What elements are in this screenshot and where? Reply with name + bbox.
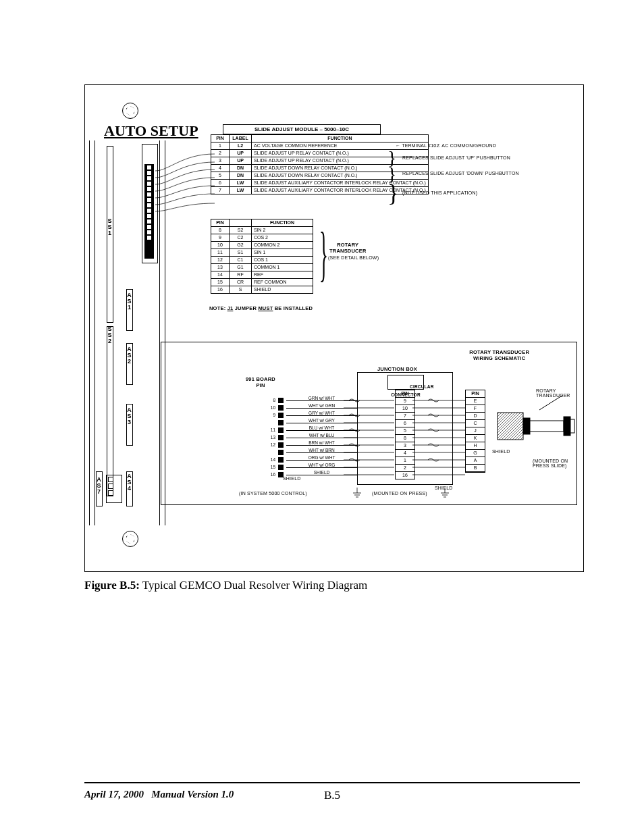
note-terminal: ← TERMINAL #102: AC COMMON/GROUND (396, 143, 496, 148)
jumper-note: NOTE: J1 JUMPER MUST BE INSTALLED (209, 305, 313, 311)
slot-label-as1: A S 1 (126, 292, 132, 311)
svg-rect-1 (523, 418, 530, 434)
slot-label-as2: A S 2 (126, 346, 132, 365)
note-notused: (NOT USED THIS APPLICATION) (402, 190, 477, 195)
figure-caption: Figure B.5: Typical GEMCO Dual Resolver … (84, 579, 580, 592)
rotary-transducer-label: ROTARY TRANSDUCER (329, 242, 367, 254)
rotary-transducer-sub: (SEE DETAIL BELOW) (328, 255, 379, 260)
slot-label-as7: A S 7 (96, 477, 102, 495)
page-footer: April 17, 2000 Manual Version 1.0 B.5 (84, 782, 580, 800)
pin-table-2: PIN FUNCTION 8S2SIN 29C2COS 210G2COMMON … (211, 219, 313, 294)
module-title: SLIDE ADJUST MODULE – 5000–10C (223, 124, 381, 134)
svg-rect-2 (530, 421, 564, 432)
svg-rect-4 (570, 419, 574, 433)
svg-rect-3 (564, 417, 570, 436)
note-up: REPLACES SLIDE ADJUST 'UP' PUSHBUTTON (402, 155, 510, 160)
slot-label-ss2: S S 2 (107, 326, 113, 344)
mounted-press-note: (MOUNTED ON PRESS) (372, 491, 427, 496)
svg-rect-0 (498, 413, 523, 440)
in-system-note: (IN SYSTEM 5000 CONTROL) (239, 491, 307, 496)
note-dn: REPLACES SLIDE ADJUST 'DOWN' PUSHBUTTON (402, 171, 519, 176)
slot-label-as4: A S 4 (126, 473, 132, 492)
lower-schematic-box: ROTARY TRANSDUCER WIRING SCHEMATIC JUNCT… (161, 342, 577, 505)
mounted-slide-note: (MOUNTED ON PRESS SLIDE) (533, 459, 576, 468)
rotary-transducer-small-label: ROTARY TRANSDUCER (536, 388, 576, 398)
slot-label-as3: A S 3 (126, 407, 132, 425)
bolt-icon (122, 103, 138, 119)
slot-label-ss1: S S 1 (107, 218, 113, 236)
page-number: B.5 (84, 789, 580, 802)
wiring-diagram-figure: AUTO SETUP S S 1 S S 2 A S 1 A S 2 A S 3… (84, 84, 584, 572)
auto-setup-title: AUTO SETUP (104, 122, 198, 140)
bolt-icon (122, 531, 138, 547)
